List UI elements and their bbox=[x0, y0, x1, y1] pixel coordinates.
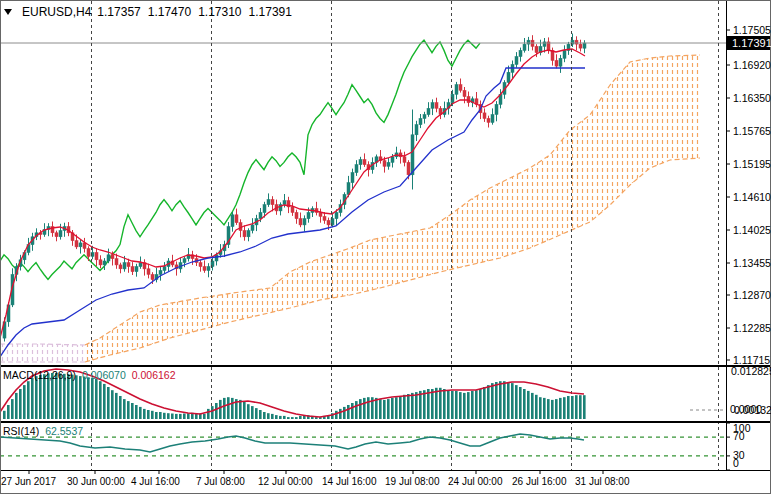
time-tick-label: 7 Jul 08:00 bbox=[196, 476, 245, 487]
price-tick-label: 1.15765 bbox=[733, 125, 771, 137]
time-tick-label: 14 Jul 16:00 bbox=[322, 476, 377, 487]
price-tick-label: 1.13455 bbox=[733, 257, 771, 269]
time-tick-label: 26 Jul 16:00 bbox=[512, 476, 567, 487]
price-tick-label: 1.16920 bbox=[733, 59, 771, 71]
macd-main-value: 0.006070 bbox=[82, 369, 126, 381]
time-tick-label: 27 Jun 2017 bbox=[1, 476, 56, 487]
symbol-dropdown-icon bbox=[4, 9, 12, 15]
macd-signal-value: 0.006162 bbox=[132, 369, 176, 381]
chart-window: 1.175051.169201.163501.157651.151951.146… bbox=[0, 0, 771, 494]
rsi-indicator-label: RSI(14) 62.5537 bbox=[3, 425, 83, 437]
ohlc-high: 1.17470 bbox=[148, 5, 191, 19]
price-tick-label: 1.12870 bbox=[733, 289, 771, 301]
time-tick-label: 31 Jul 08:00 bbox=[575, 476, 630, 487]
rsi-tick-label: 0 bbox=[733, 457, 739, 469]
ohlc-open: 1.17357 bbox=[97, 5, 140, 19]
price-tick-label: 1.11715 bbox=[733, 354, 770, 366]
price-tick-label: 1.15195 bbox=[733, 158, 771, 170]
rsi-name: RSI(14) bbox=[3, 425, 39, 437]
time-tick-label: 4 Jul 16:00 bbox=[131, 476, 180, 487]
price-tick-label: 1.16350 bbox=[733, 92, 771, 104]
rsi-value: 62.5537 bbox=[45, 425, 83, 437]
macd-indicator-label: MACD(12,26,9) 0.006070 0.006162 bbox=[3, 369, 176, 381]
price-tick-label: 1.14025 bbox=[733, 224, 771, 236]
macd-axis-top-label: 0.012825 bbox=[731, 365, 771, 377]
time-tick-label: 24 Jul 00:00 bbox=[448, 476, 503, 487]
price-tick-label: 1.14610 bbox=[733, 191, 771, 203]
time-tick-label: 30 Jun 00:00 bbox=[67, 476, 125, 487]
macd-name: MACD(12,26,9) bbox=[3, 369, 76, 381]
rsi-tick-label: 70 bbox=[733, 430, 745, 442]
current-price-label: 1.17391 bbox=[732, 37, 771, 49]
ohlc-low: 1.17310 bbox=[198, 5, 241, 19]
price-chart-canvas[interactable]: 1.175051.169201.163501.157651.151951.146… bbox=[0, 0, 771, 494]
time-tick-label: 12 Jul 00:00 bbox=[258, 476, 313, 487]
time-tick-label: 19 Jul 08:00 bbox=[385, 476, 440, 487]
price-tick-label: 1.17505 bbox=[733, 24, 771, 36]
macd-axis-low-label: 0.001324 bbox=[734, 404, 771, 416]
chart-title: EURUSD,H4 1.17357 1.17470 1.17310 1.1739… bbox=[4, 5, 292, 19]
ohlc-close: 1.17391 bbox=[249, 5, 292, 19]
symbol-period-label: EURUSD,H4 bbox=[22, 5, 91, 19]
price-tick-label: 1.12285 bbox=[733, 322, 771, 334]
